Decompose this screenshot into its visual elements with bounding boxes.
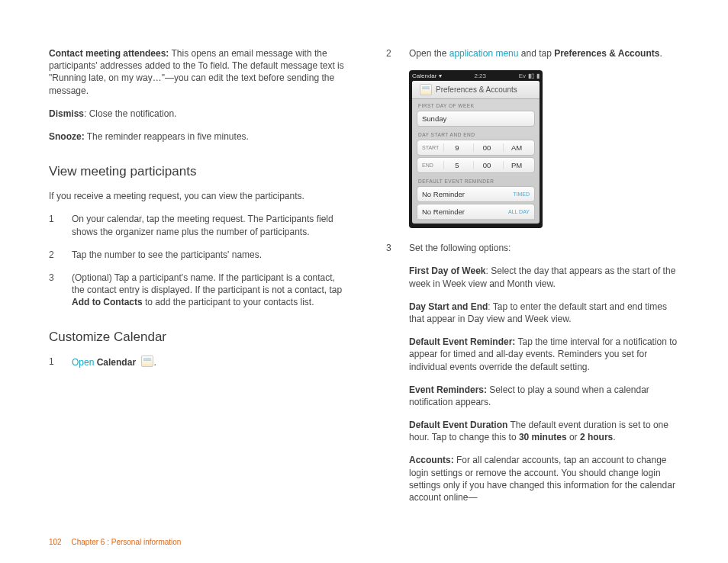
step-number: 2 (49, 249, 58, 261)
phone-title-bar: Preferences & Accounts (412, 81, 540, 99)
para-dismiss: Dismiss: Close the notification. (49, 108, 345, 120)
cc-step-3: 3 Set the following options: First Day o… (386, 242, 682, 514)
opt-default-event-reminder: Default Event Reminder: Tap the time int… (409, 336, 682, 373)
status-ev: Ev (519, 72, 526, 79)
step-3: 3 (Optional) Tap a participant's name. I… (49, 272, 345, 309)
heading-customize-calendar: Customize Calendar (49, 330, 345, 345)
text: . (153, 357, 156, 368)
start-label: START (422, 145, 440, 150)
ampm: PM (503, 161, 530, 169)
text: Open the (409, 48, 449, 59)
cc-step-1: 1 Open Calendar . (49, 355, 345, 368)
text: or (567, 432, 580, 442)
reminder-timed-card: No Reminder TIMED (417, 186, 535, 202)
first-day-value: Sunday (422, 114, 446, 123)
section-label: DAY START AND END (412, 128, 540, 139)
step-text: Open Calendar . (72, 355, 345, 368)
bold-text: Add to Contacts (72, 297, 143, 307)
bold-label: Dismiss (49, 108, 84, 119)
phone-status-bar: Calendar ▾ 2:23 Ev ▮▯ ▮ (409, 70, 543, 81)
bold-label: Event Reminders: (409, 384, 487, 395)
opt-accounts: Accounts: For all calendar accounts, tap… (409, 454, 682, 503)
bold-text: Calendar (94, 357, 138, 368)
para-contact-attendees: Contact meeting attendees: This opens an… (49, 47, 345, 97)
calendar-icon (141, 355, 153, 367)
text: Set the following options: (409, 243, 511, 253)
first-day-card: Sunday (417, 111, 535, 127)
start-time-card: START 9 00 AM (417, 140, 535, 156)
step-number: 2 (386, 47, 395, 60)
step-1: 1 On your calendar, tap the meeting requ… (49, 213, 345, 237)
bold-label: Accounts: (409, 455, 454, 465)
step-text: Set the following options: First Day of … (409, 242, 682, 514)
cc-step-2: 2 Open the application menu and tap Pref… (386, 47, 682, 60)
app-menu-label: Calendar ▾ (412, 72, 442, 79)
step-2: 2 Tap the number to see the participants… (49, 249, 345, 261)
opt-day-start-end: Day Start and End: Tap to enter the defa… (409, 301, 682, 325)
step-text: (Optional) Tap a participant's name. If … (72, 272, 345, 309)
step-number: 3 (386, 242, 395, 514)
status-time: 2:23 (474, 72, 486, 79)
step-number: 3 (49, 272, 58, 309)
hour: 5 (443, 161, 470, 169)
opt-default-event-duration: Default Event Duration The default event… (409, 419, 682, 443)
page-footer: 102 Chapter 6 : Personal information (49, 538, 181, 546)
bold-label: Snooze: (49, 131, 85, 142)
signal-icon: ▮▯ (528, 72, 534, 79)
reminder-value: No Reminder (422, 190, 513, 198)
bold-label: Day Start and End (409, 301, 488, 312)
phone-title: Preferences & Accounts (436, 85, 517, 94)
bold-label: Default Event Reminder: (409, 336, 515, 347)
para-snooze: Snooze: The reminder reappears in five m… (49, 130, 345, 143)
timed-label: TIMED (513, 191, 530, 197)
text: . (613, 432, 615, 442)
bold-label: Default Event Duration (409, 420, 507, 430)
heading-view-participants: View meeting participants (49, 164, 345, 179)
allday-label: ALL DAY (508, 209, 530, 214)
minute: 00 (473, 161, 500, 169)
step-text: On your calendar, tap the meeting reques… (72, 213, 345, 237)
open-link[interactable]: Open (72, 357, 94, 368)
text: (Optional) Tap a participant's name. If … (72, 272, 342, 295)
bold-text: 2 hours (580, 432, 613, 442)
para-view-intro: If you receive a meeting request, you ca… (49, 190, 345, 202)
bold-text: Preferences & Accounts (554, 48, 659, 59)
application-menu-link[interactable]: application menu (449, 48, 519, 59)
ampm: AM (503, 143, 530, 152)
opt-first-day: First Day of Week: Select the day that a… (409, 265, 682, 289)
step-text: Tap the number to see the participants' … (72, 249, 345, 261)
body-text: : Close the notification. (84, 108, 176, 119)
bold-label: Contact meeting attendees: (49, 48, 169, 59)
reminder-value: No Reminder (422, 208, 508, 216)
bold-text: 30 minutes (519, 432, 567, 442)
end-label: END (422, 162, 440, 168)
chapter-label: Chapter 6 : Personal information (71, 538, 181, 546)
body-text: The reminder reappears in five minutes. (85, 131, 249, 142)
page-number: 102 (49, 538, 62, 546)
step-text: Open the application menu and tap Prefer… (409, 47, 682, 60)
minute: 00 (473, 143, 500, 152)
phone-body: Preferences & Accounts FIRST DAY OF WEEK… (412, 81, 540, 224)
end-time-card: END 5 00 PM (417, 157, 535, 173)
text: to add the participant to your contacts … (143, 297, 314, 307)
battery-icon: ▮ (536, 72, 540, 79)
step-number: 1 (49, 355, 58, 368)
hour: 9 (443, 143, 470, 152)
section-label: FIRST DAY OF WEEK (412, 99, 540, 110)
text: . (659, 48, 662, 59)
calendar-icon (420, 84, 432, 95)
text: and tap (518, 48, 554, 59)
right-column: 2 Open the application menu and tap Pref… (386, 47, 682, 525)
step-number: 1 (49, 213, 58, 237)
left-column: Contact meeting attendees: This opens an… (49, 47, 345, 525)
bold-label: First Day of Week (409, 265, 485, 276)
reminder-allday-card: No Reminder ALL DAY (417, 204, 535, 219)
page: Contact meeting attendees: This opens an… (0, 0, 728, 525)
section-label: DEFAULT EVENT REMINDER (412, 175, 540, 185)
opt-event-reminders: Event Reminders: Select to play a sound … (409, 384, 682, 408)
phone-screenshot: Calendar ▾ 2:23 Ev ▮▯ ▮ Preferences & Ac… (409, 70, 543, 228)
